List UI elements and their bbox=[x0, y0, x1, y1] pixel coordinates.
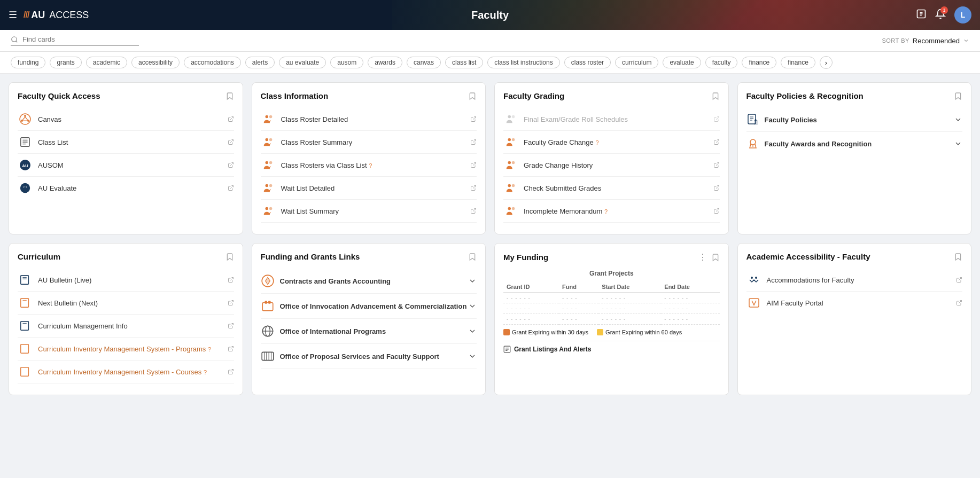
tag-finance2[interactable]: finance bbox=[781, 57, 815, 68]
ext-curr5 bbox=[228, 369, 234, 375]
bookmark-icon-ci[interactable] bbox=[468, 92, 477, 100]
grade-history-icon bbox=[503, 158, 518, 173]
list-item-roster-via-classlist[interactable]: Class Rosters via Class List ? bbox=[261, 154, 477, 177]
tag-evaluate[interactable]: evaluate bbox=[663, 57, 701, 68]
people-icon bbox=[262, 113, 274, 125]
svg-point-53 bbox=[512, 184, 515, 187]
list-item-final-exam[interactable]: Final Exam/Grade Roll Schedules bbox=[503, 108, 720, 131]
table-row: - - - - - - - - - - - - - - - - - - - - … bbox=[503, 293, 720, 303]
list-item-ausom[interactable]: AU AUSOM bbox=[18, 154, 234, 177]
list-item-roster-summary[interactable]: Class Roster Summary bbox=[261, 131, 477, 154]
list-item-au-bulletin-live[interactable]: AU Bulletin (Live) bbox=[18, 269, 234, 292]
book-icon2 bbox=[19, 297, 31, 309]
ext-curr4 bbox=[228, 346, 234, 352]
list-item-cims-courses[interactable]: Curriculum Inventory Management System -… bbox=[18, 361, 234, 383]
svg-point-50 bbox=[512, 161, 515, 164]
list-item-incomplete-memo[interactable]: Incomplete Memorandum ? bbox=[503, 200, 720, 223]
legend-label-60: Grant Expiring within 60 days bbox=[605, 329, 682, 335]
bookmark-icon-aa[interactable] bbox=[954, 253, 962, 261]
sort-controls: SORT BY Recommended bbox=[882, 37, 969, 45]
card-faculty-quick-access: Faculty Quick Access Canvas bbox=[9, 82, 243, 234]
ext-curr2 bbox=[228, 300, 234, 306]
tag-accomodations[interactable]: accomodations bbox=[184, 57, 241, 68]
card-faculty-policies: Faculty Policies & Recognition Faculty P… bbox=[737, 82, 972, 234]
tag-class-list[interactable]: class list bbox=[445, 57, 483, 68]
tag-faculty[interactable]: faculty bbox=[705, 57, 738, 68]
list-item-canvas[interactable]: Canvas bbox=[18, 108, 234, 131]
list-item-au-evaluate[interactable]: AU eValuate bbox=[261, 223, 477, 225]
tag-class-list-instructions[interactable]: class list instructions bbox=[487, 57, 559, 68]
tag-alerts[interactable]: alerts bbox=[245, 57, 275, 68]
card-title-funding-grants: Funding and Grants Links bbox=[261, 252, 360, 261]
avatar[interactable]: L bbox=[954, 6, 971, 23]
header-actions: 1 L bbox=[916, 6, 971, 23]
list-item-schedule-courses[interactable]: Schedule of Courses ? bbox=[18, 383, 234, 386]
tag-academic[interactable]: academic bbox=[86, 57, 127, 68]
tag-au-evaluate[interactable]: au evaluate bbox=[279, 57, 326, 68]
list-item-waitlist-detailed[interactable]: Wait List Detailed bbox=[261, 177, 477, 200]
notifications-icon[interactable]: 1 bbox=[935, 9, 946, 22]
sort-chevron-icon[interactable] bbox=[963, 37, 969, 44]
svg-line-75 bbox=[230, 278, 234, 281]
list-item-roster-detailed[interactable]: Class Roster Detailed bbox=[261, 108, 477, 131]
tag-funding[interactable]: funding bbox=[11, 57, 45, 68]
tag-class-roster[interactable]: class roster bbox=[564, 57, 611, 68]
card-my-funding: My Funding ⋮ Grant Projects Grant ID Fun… bbox=[494, 243, 729, 395]
list-item-cims-programs[interactable]: Curriculum Inventory Management System -… bbox=[18, 338, 234, 361]
item-label-accommodations: Accommodations for Faculty bbox=[767, 276, 951, 284]
sort-label: SORT BY bbox=[882, 37, 909, 44]
roster-detailed-icon bbox=[261, 112, 276, 127]
sort-value[interactable]: Recommended bbox=[913, 37, 960, 45]
bookmark-icon-fp[interactable] bbox=[954, 92, 962, 100]
tag-curriculum[interactable]: curriculum bbox=[615, 57, 658, 68]
bookmark-icon-fg[interactable] bbox=[711, 92, 720, 100]
svg-point-22 bbox=[265, 115, 268, 119]
col-grant-id: Grant ID bbox=[503, 281, 559, 293]
tag-canvas[interactable]: canvas bbox=[407, 57, 441, 68]
tag-accessibility[interactable]: accessibility bbox=[131, 57, 180, 68]
tag-ausom[interactable]: ausom bbox=[330, 57, 363, 68]
list-item-submitted-grades[interactable]: Check Submitted Grades bbox=[503, 177, 720, 200]
tag-finance[interactable]: finance bbox=[742, 57, 776, 68]
svg-line-33 bbox=[473, 186, 476, 189]
card-title-curriculum: Curriculum bbox=[18, 252, 60, 261]
hamburger-menu[interactable]: ☰ bbox=[9, 9, 17, 21]
svg-point-43 bbox=[508, 115, 511, 119]
logo-au: AU bbox=[31, 10, 45, 21]
funding-item-ops[interactable]: Office of Proposal Services and Faculty … bbox=[261, 344, 477, 369]
policy-item-awards[interactable]: Faculty Awards and Recognition bbox=[746, 132, 963, 155]
funding-item-oip[interactable]: Office of International Programs bbox=[261, 319, 477, 344]
ext-icon3 bbox=[470, 162, 477, 168]
next-bulletin-icon bbox=[18, 295, 33, 310]
search-input[interactable] bbox=[22, 35, 129, 43]
bookmark-icon-mf[interactable] bbox=[711, 253, 720, 262]
fund-3: - - - - bbox=[559, 314, 598, 325]
list-item-accommodations[interactable]: Accommodations for Faculty bbox=[746, 269, 963, 292]
tag-grants[interactable]: grants bbox=[50, 57, 81, 68]
tasks-icon[interactable] bbox=[916, 9, 927, 22]
funding-item-oiac[interactable]: Office of Innvocation Advancement & Comm… bbox=[261, 294, 477, 319]
card-academic-accessibility: Academic Accessibility - Faculty Accommo… bbox=[737, 243, 972, 395]
list-item-classlist[interactable]: Class List bbox=[18, 131, 234, 154]
list-item-next-bulletin[interactable]: Next Bulletin (Next) bbox=[18, 292, 234, 315]
bookmark-icon-fg-card[interactable] bbox=[468, 253, 477, 261]
list-item-aim-portal[interactable]: AIM Faculty Portal bbox=[746, 292, 963, 314]
list-item-incomplete-lookup[interactable]: Incomplete Memorandum Lookup bbox=[503, 223, 720, 225]
people-icon4 bbox=[262, 182, 274, 194]
list-item-auevaluate[interactable]: AU Evaluate bbox=[18, 177, 234, 199]
bookmark-icon-fqa[interactable] bbox=[225, 92, 234, 100]
more-options-icon[interactable]: ⋮ bbox=[698, 252, 707, 262]
logo-access: ACCESS bbox=[49, 10, 89, 21]
list-item-grade-change[interactable]: Faculty Grade Change ? bbox=[503, 131, 720, 154]
funding-item-cga[interactable]: Contracts and Grants Accounting bbox=[261, 269, 477, 294]
item-label-incomplete-memo: Incomplete Memorandum ? bbox=[524, 207, 708, 215]
bookmark-icon-curr[interactable] bbox=[225, 253, 234, 261]
tags-scroll-right[interactable]: › bbox=[820, 56, 833, 69]
policy-label-awards: Faculty Awards and Recognition bbox=[765, 140, 872, 148]
list-item-curriculum-mgmt[interactable]: Curriculum Management Info bbox=[18, 315, 234, 338]
tag-awards[interactable]: awards bbox=[368, 57, 402, 68]
grant-listings-button[interactable]: Grant Listings And Alerts bbox=[503, 341, 720, 353]
list-item-waitlist-summary[interactable]: Wait List Summary bbox=[261, 200, 477, 223]
policy-item-policies[interactable]: Faculty Policies bbox=[746, 108, 963, 132]
list-item-grade-history[interactable]: Grade Change History bbox=[503, 154, 720, 177]
